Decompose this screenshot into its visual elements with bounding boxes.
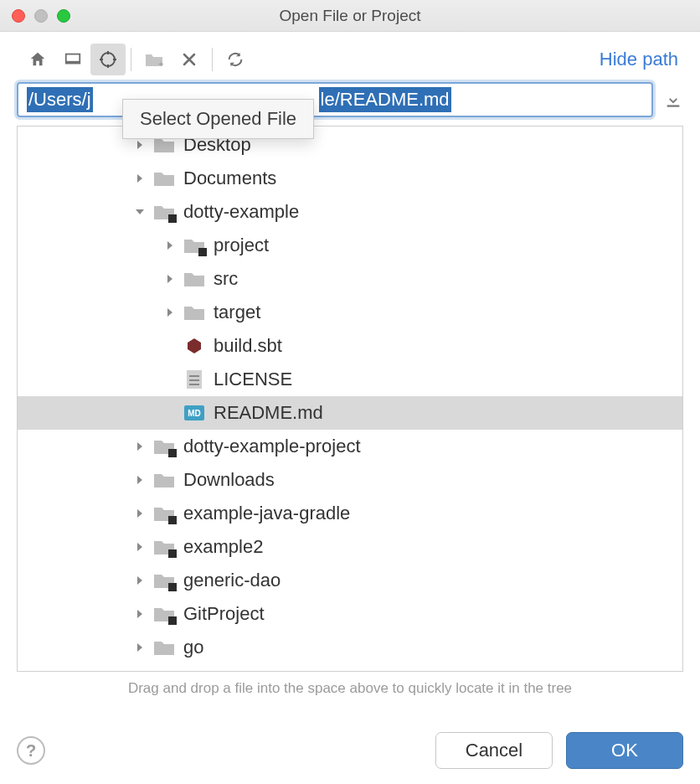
tree-arrow-icon[interactable] [131,639,148,656]
sbt-file-icon [183,337,205,355]
tree-row[interactable]: Downloads [18,463,682,497]
tree-row[interactable]: generic-dao [18,564,682,597]
tree-arrow-icon[interactable] [131,137,148,153]
svg-rect-4 [667,105,680,106]
tree-arrow-icon[interactable] [131,572,148,589]
svg-marker-16 [137,576,142,585]
tree-item-label: example-java-gradle [183,503,350,524]
tree-row[interactable]: build.sbt [18,329,682,363]
hide-path-link[interactable]: Hide path [600,49,685,70]
download-icon [664,90,682,109]
tree-arrow-icon[interactable] [131,472,148,488]
tree-arrow-icon[interactable] [131,438,148,455]
delete-button[interactable] [172,44,207,75]
refresh-button[interactable] [218,44,253,75]
svg-marker-13 [137,476,142,484]
tree-row[interactable]: Documents [18,162,682,195]
target-icon [98,49,118,70]
tree-arrow-icon[interactable] [162,271,178,287]
tree-row[interactable]: project [18,229,682,262]
tree-item-label: Documents [183,168,276,189]
save-path-button[interactable] [661,88,685,111]
footer: ? Cancel OK [17,732,683,769]
window-controls [0,9,70,23]
tree-item-label: target [214,302,260,323]
tree-item-label: Downloads [183,469,275,491]
tree-arrow-icon[interactable] [131,505,148,522]
tree-arrow-icon[interactable] [162,237,178,254]
tree-row[interactable]: dotty-example [18,195,682,229]
tree-row[interactable]: Desktop [18,128,682,162]
tree-row[interactable]: target [18,296,682,329]
svg-marker-10 [167,308,172,317]
window-title: Open File or Project [0,7,700,25]
tree-arrow-icon[interactable] [131,606,148,622]
tree-row[interactable]: src [18,262,682,296]
markdown-file-icon: MD [183,404,205,422]
zoom-window-button[interactable] [57,9,70,23]
tree-row[interactable]: MDREADME.md [18,396,682,430]
svg-marker-7 [136,209,144,214]
folder-icon [153,638,175,657]
tree-row[interactable]: GitProject [18,597,682,631]
tree-item-label: generic-dao [183,570,281,591]
titlebar: Open File or Project [0,0,700,32]
svg-marker-12 [137,442,142,451]
home-icon [28,50,47,69]
refresh-icon [226,50,244,69]
home-button[interactable] [20,44,55,75]
ok-button[interactable]: OK [566,732,683,769]
folder-icon [153,605,175,623]
tree-item-label: go [183,637,203,658]
desktop-button[interactable] [55,44,90,75]
toolbar-separator [131,48,131,71]
tree-item-label: dotty-example [183,201,299,223]
cancel-button[interactable]: Cancel [435,732,553,769]
path-input[interactable]: /Users/j le/README.md [17,82,653,117]
tree-item-label: src [214,268,238,290]
folder-icon [183,270,205,288]
tree-row[interactable]: dotty-example-project [18,430,682,463]
file-tree[interactable]: DesktopDocumentsdotty-exampleprojectsrct… [17,126,683,672]
path-row: /Users/j le/README.md [0,82,700,126]
tree-row[interactable]: go [18,631,682,664]
svg-point-2 [101,53,115,66]
drop-hint: Drag and drop a file into the space abov… [0,672,700,697]
tree-row[interactable]: example-java-gradle [18,497,682,530]
help-icon: ? [26,741,36,761]
tree-row[interactable]: example2 [18,530,682,564]
tree-item-label: build.sbt [214,335,282,357]
tree-arrow-icon[interactable] [162,304,178,321]
folder-icon [153,203,175,221]
svg-marker-15 [137,543,142,551]
tree-row[interactable]: LICENSE [18,363,682,396]
tree-item-label: README.md [214,402,323,424]
svg-marker-11 [188,338,201,353]
folder-icon [153,571,175,590]
folder-icon [153,169,175,188]
select-opened-file-tooltip: Select Opened File [122,99,314,139]
tree-arrow-icon[interactable] [131,539,148,555]
svg-marker-6 [137,174,142,183]
text-file-icon [183,370,205,389]
folder-icon [183,303,205,322]
svg-text:+: + [158,59,163,68]
select-opened-file-button[interactable] [90,44,126,75]
minimize-window-button[interactable] [34,9,48,23]
folder-icon [183,236,205,255]
svg-marker-18 [137,643,142,652]
path-segment-left: /Users/j [27,87,93,112]
new-folder-button[interactable]: + [136,44,172,75]
tree-arrow-icon[interactable] [131,204,148,220]
svg-marker-9 [167,275,172,283]
desktop-icon [64,50,82,69]
toolbar: + Hide path [0,32,700,82]
help-button[interactable]: ? [17,736,45,765]
path-segment-right: le/README.md [319,87,451,112]
close-window-button[interactable] [12,9,25,23]
tree-arrow-icon[interactable] [131,170,148,187]
tree-item-label: example2 [183,536,263,558]
svg-marker-17 [137,610,142,618]
new-folder-icon: + [144,51,164,68]
tree-item-label: dotty-example-project [183,436,361,457]
